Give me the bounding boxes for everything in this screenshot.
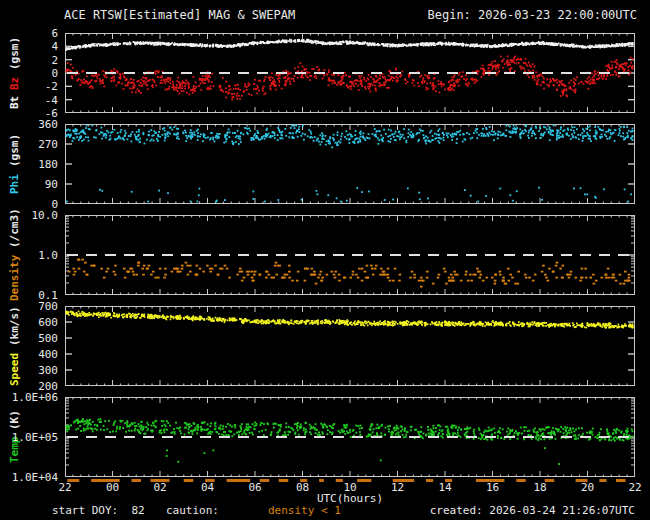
footer-start-doy: start DOY: 82 [52, 504, 145, 517]
footer-created-timestamp: created: 2026-03-24 21:26:07UTC [420, 504, 635, 517]
panel-bt-bz-ytick-label: 2 [0, 54, 58, 67]
panel-bt-bz-ytick-label: -4 [0, 94, 58, 107]
footer-caution-label: caution: [166, 504, 219, 517]
panel-density-ytick-label: 1.0 [0, 249, 58, 262]
panel-phi-ytick-label: 90 [0, 178, 58, 191]
ace-rtsw-plot: ACE RTSW[Estimated] MAG & SWEPAM Begin: … [0, 0, 650, 520]
panel-phi-ytick-label: 270 [0, 138, 58, 151]
footer-caution-value: density < 1 [268, 504, 341, 517]
panel-speed-ytick-label: 300 [0, 364, 58, 377]
x-axis-hour-label: 22 [50, 481, 80, 494]
panel-speed-ytick-label: 700 [0, 300, 58, 313]
x-axis-hour-label: 06 [240, 481, 270, 494]
x-axis-hour-label: 10 [335, 481, 365, 494]
panel-speed-ytick-label: 400 [0, 348, 58, 361]
x-axis-hour-label: 00 [98, 481, 128, 494]
panel-phi-chart [65, 124, 635, 204]
x-axis-hour-label: 18 [525, 481, 555, 494]
panel-phi-ytick-label: 360 [0, 118, 58, 131]
panel-bt-bz-ytick-label: 4 [0, 40, 58, 53]
x-axis-hour-label: 08 [288, 481, 318, 494]
series-temp-points [66, 418, 634, 465]
series-phi-points [66, 125, 634, 203]
panel-density-chart [65, 215, 635, 295]
panel-bt-bz-ytick-label: 0 [0, 67, 58, 80]
series-bt-points [66, 39, 634, 51]
panel-speed-ytick-label: 500 [0, 332, 58, 345]
panel-temp-chart [65, 397, 635, 477]
panel-bt-bz-ytick-label: 6 [0, 27, 58, 40]
x-axis-hour-label: 16 [478, 481, 508, 494]
series-bz-points [66, 55, 634, 100]
panel-speed-chart [65, 306, 635, 386]
begin-timestamp: Begin: 2026-03-23 22:00:00UTC [315, 8, 637, 22]
panel-temp-ytick-label: 1.0E+05 [0, 431, 58, 444]
panel-density-ytick-label: 10.0 [0, 209, 58, 222]
series-speed-points [66, 311, 634, 329]
x-axis-hour-label: 20 [573, 481, 603, 494]
panel-bt-bz-ytick-label: -2 [0, 80, 58, 93]
x-axis-hour-label: 12 [383, 481, 413, 494]
panel-speed-ytick-label: 600 [0, 316, 58, 329]
ylabel-part: (K) [8, 411, 21, 431]
x-axis-hour-label: 22 [620, 481, 650, 494]
panel-bt-bz-chart [65, 33, 635, 113]
plot-title: ACE RTSW[Estimated] MAG & SWEPAM [64, 8, 295, 22]
x-axis-hour-label: 04 [193, 481, 223, 494]
x-axis-hour-label: 14 [430, 481, 460, 494]
panel-phi-ytick-label: 180 [0, 158, 58, 171]
panel-temp-ytick-label: 1.0E+06 [0, 391, 58, 404]
x-axis-hour-label: 02 [145, 481, 175, 494]
series-density-points [68, 259, 631, 288]
